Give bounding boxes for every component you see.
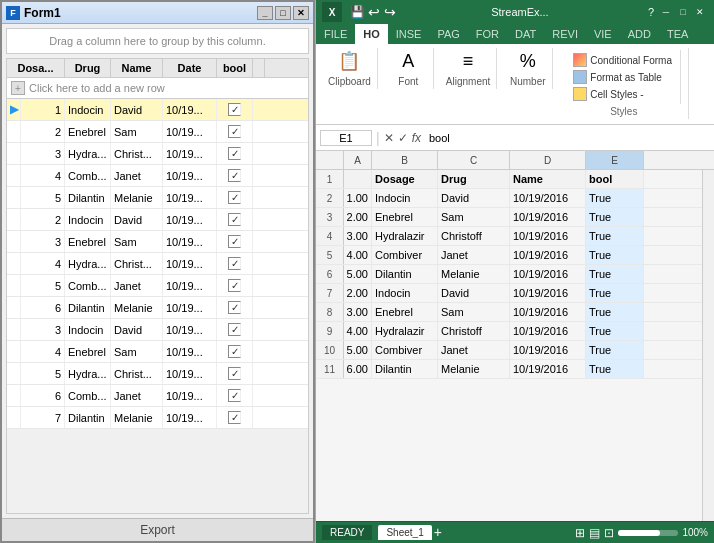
sheet-cell[interactable]: 10/19/2016 bbox=[510, 284, 586, 302]
table-row[interactable]: 2EnebrelSam10/19... bbox=[7, 121, 308, 143]
cell-bool[interactable] bbox=[217, 165, 253, 186]
sheet-cell[interactable]: 5.00 bbox=[344, 341, 372, 359]
checkbox[interactable] bbox=[228, 213, 241, 226]
sheet-cell[interactable]: 10/19/2016 bbox=[510, 265, 586, 283]
checkbox[interactable] bbox=[228, 103, 241, 116]
table-row[interactable]: 4EnebrelSam10/19... bbox=[7, 341, 308, 363]
conditional-formatting-button[interactable]: Conditional Forma bbox=[571, 52, 674, 68]
header-cell[interactable]: bool bbox=[586, 170, 644, 188]
confirm-formula-icon[interactable]: ✓ bbox=[398, 131, 408, 145]
sheet-cell[interactable]: 6.00 bbox=[344, 360, 372, 378]
ribbon-tab-add[interactable]: ADD bbox=[620, 24, 659, 44]
sheet-cell[interactable]: True bbox=[586, 227, 644, 245]
checkbox[interactable] bbox=[228, 367, 241, 380]
excel-minimize-button[interactable]: ─ bbox=[658, 5, 674, 19]
cell-bool[interactable] bbox=[217, 363, 253, 384]
number-button[interactable]: % bbox=[510, 50, 546, 72]
function-icon[interactable]: fx bbox=[412, 131, 421, 145]
table-row[interactable]: 6DilantinMelanie10/19... bbox=[7, 297, 308, 319]
close-button[interactable]: ✕ bbox=[293, 6, 309, 20]
ribbon-tab-pag[interactable]: PAG bbox=[429, 24, 467, 44]
checkbox[interactable] bbox=[228, 323, 241, 336]
checkbox[interactable] bbox=[228, 191, 241, 204]
header-cell[interactable]: Dosage bbox=[372, 170, 438, 188]
formula-input[interactable] bbox=[425, 131, 710, 145]
checkbox[interactable] bbox=[228, 125, 241, 138]
cell-bool[interactable] bbox=[217, 253, 253, 274]
checkbox[interactable] bbox=[228, 411, 241, 424]
sheet-cell[interactable]: Janet bbox=[438, 341, 510, 359]
sheet-cell[interactable]: 2.00 bbox=[344, 284, 372, 302]
sheet-cell[interactable]: True bbox=[586, 303, 644, 321]
add-row-plus-icon[interactable]: + bbox=[11, 81, 25, 95]
restore-button[interactable]: □ bbox=[275, 6, 291, 20]
table-row[interactable]: 7DilantinMelanie10/19... bbox=[7, 407, 308, 429]
font-button[interactable]: A bbox=[390, 50, 426, 72]
sheet-cell[interactable]: 10/19/2016 bbox=[510, 322, 586, 340]
sheet-cell[interactable]: Indocin bbox=[372, 284, 438, 302]
checkbox[interactable] bbox=[228, 301, 241, 314]
sheet-cell[interactable]: 1.00 bbox=[344, 189, 372, 207]
sheet-cell[interactable]: True bbox=[586, 265, 644, 283]
cell-bool[interactable] bbox=[217, 341, 253, 362]
sheet-cell[interactable]: True bbox=[586, 189, 644, 207]
sheet-cell[interactable]: Christoff bbox=[438, 227, 510, 245]
add-row-bar[interactable]: + Click here to add a new row bbox=[6, 77, 309, 98]
format-as-table-button[interactable]: Format as Table bbox=[571, 69, 674, 85]
header-cell[interactable] bbox=[344, 170, 372, 188]
undo-icon[interactable]: ↩ bbox=[368, 4, 380, 20]
zoom-slider[interactable] bbox=[618, 530, 678, 536]
cell-bool[interactable] bbox=[217, 275, 253, 296]
sheet-cell[interactable]: 10/19/2016 bbox=[510, 360, 586, 378]
sheet-cell[interactable]: Enebrel bbox=[372, 303, 438, 321]
view-icon-2[interactable]: ▤ bbox=[589, 526, 600, 540]
cancel-formula-icon[interactable]: ✕ bbox=[384, 131, 394, 145]
sheet-cell[interactable]: True bbox=[586, 322, 644, 340]
view-icon-3[interactable]: ⊡ bbox=[604, 526, 614, 540]
table-row[interactable]: 4Comb...Janet10/19... bbox=[7, 165, 308, 187]
table-row[interactable]: 6Comb...Janet10/19... bbox=[7, 385, 308, 407]
sheet-cell[interactable]: Hydralazir bbox=[372, 322, 438, 340]
sheet-cell[interactable]: 10/19/2016 bbox=[510, 208, 586, 226]
cell-bool[interactable] bbox=[217, 209, 253, 230]
checkbox[interactable] bbox=[228, 147, 241, 160]
excel-restore-button[interactable]: □ bbox=[675, 5, 691, 19]
cell-bool[interactable] bbox=[217, 407, 253, 428]
clipboard-button[interactable]: 📋 bbox=[331, 50, 367, 72]
table-row[interactable]: 4Hydra...Christ...10/19... bbox=[7, 253, 308, 275]
sheet-cell[interactable]: Janet bbox=[438, 246, 510, 264]
help-icon[interactable]: ? bbox=[648, 6, 654, 18]
table-row[interactable]: 2IndocinDavid10/19... bbox=[7, 209, 308, 231]
sheet-cell[interactable]: David bbox=[438, 284, 510, 302]
header-cell[interactable]: Drug bbox=[438, 170, 510, 188]
sheet-cell[interactable]: True bbox=[586, 341, 644, 359]
redo-icon[interactable]: ↪ bbox=[384, 4, 396, 20]
sheet-cell[interactable]: Christoff bbox=[438, 322, 510, 340]
sheet-cell[interactable]: True bbox=[586, 208, 644, 226]
sheet-cell[interactable]: 4.00 bbox=[344, 322, 372, 340]
cell-bool[interactable] bbox=[217, 385, 253, 406]
vertical-scrollbar[interactable] bbox=[702, 170, 714, 521]
sheet-cell[interactable]: Melanie bbox=[438, 360, 510, 378]
sheet-cell[interactable]: 10/19/2016 bbox=[510, 189, 586, 207]
sheet-cell[interactable]: Combiver bbox=[372, 246, 438, 264]
cell-bool[interactable] bbox=[217, 121, 253, 142]
cell-bool[interactable] bbox=[217, 187, 253, 208]
header-cell[interactable]: Name bbox=[510, 170, 586, 188]
table-row[interactable]: 3IndocinDavid10/19... bbox=[7, 319, 308, 341]
table-row[interactable]: ▶1IndocinDavid10/19... bbox=[7, 99, 308, 121]
sheet-cell[interactable]: True bbox=[586, 284, 644, 302]
checkbox[interactable] bbox=[228, 257, 241, 270]
cell-bool[interactable] bbox=[217, 319, 253, 340]
ribbon-tab-vie[interactable]: VIE bbox=[586, 24, 620, 44]
checkbox[interactable] bbox=[228, 235, 241, 248]
minimize-button[interactable]: _ bbox=[257, 6, 273, 20]
cell-reference-input[interactable] bbox=[320, 130, 372, 146]
sheet-cell[interactable]: Hydralazir bbox=[372, 227, 438, 245]
cell-bool[interactable] bbox=[217, 99, 253, 120]
table-row[interactable]: 5Hydra...Christ...10/19... bbox=[7, 363, 308, 385]
cell-bool[interactable] bbox=[217, 231, 253, 252]
sheet-cell[interactable]: David bbox=[438, 189, 510, 207]
ribbon-tab-dat[interactable]: DAT bbox=[507, 24, 544, 44]
table-row[interactable]: 5Comb...Janet10/19... bbox=[7, 275, 308, 297]
